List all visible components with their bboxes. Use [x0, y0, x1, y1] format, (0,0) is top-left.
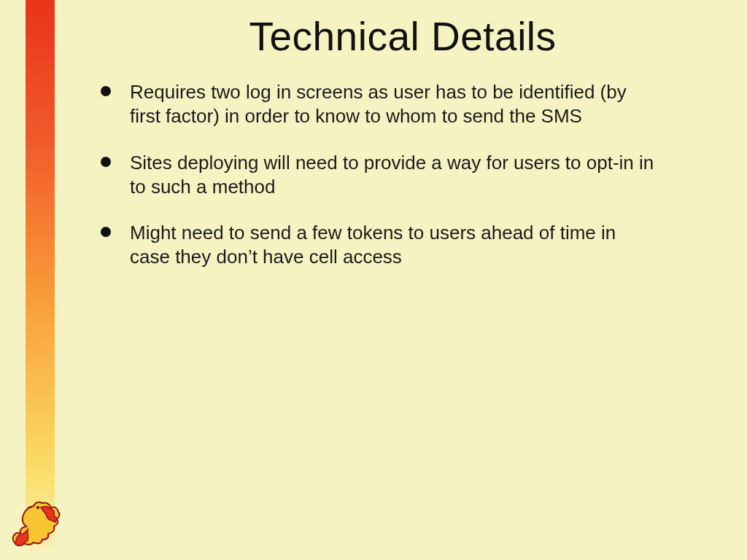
bullet-item: Sites deploying will need to provide a w… — [101, 151, 655, 200]
bullet-item: Requires two log in screens as user has … — [101, 80, 655, 129]
bullet-list: Requires two log in screens as user has … — [73, 80, 725, 270]
bullet-item: Might need to send a few tokens to users… — [101, 221, 655, 270]
accent-bar — [26, 0, 55, 560]
svg-point-0 — [36, 506, 39, 509]
griffin-logo-icon — [6, 486, 64, 551]
slide-title: Technical Details — [80, 13, 725, 60]
slide-content: Technical Details Requires two log in sc… — [73, 13, 725, 292]
